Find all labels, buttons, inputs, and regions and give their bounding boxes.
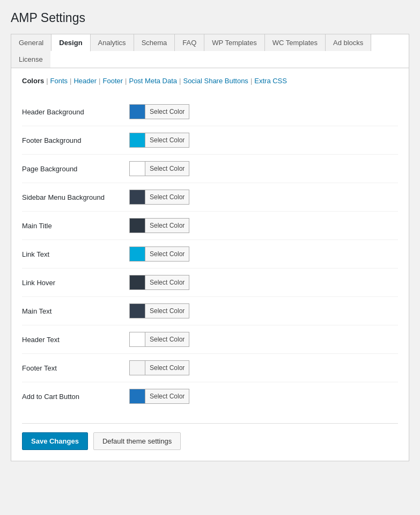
color-swatch-footer-text[interactable]: [129, 360, 145, 375]
content-area: Colors |Fonts |Header |Footer |Post Meta…: [11, 68, 409, 461]
tab-wc-templates[interactable]: WC Templates: [265, 34, 326, 51]
sub-nav-item-fonts[interactable]: Fonts: [50, 77, 68, 85]
color-label-link-text: Link Text: [22, 250, 129, 258]
select-color-btn-footer-text[interactable]: Select Color: [145, 360, 189, 375]
color-picker-group-main-text: Select Color: [129, 303, 189, 318]
tab-general[interactable]: General: [11, 34, 51, 51]
color-label-footer-background: Footer Background: [22, 136, 129, 144]
select-color-btn-link-text[interactable]: Select Color: [145, 246, 189, 262]
select-color-btn-footer-background[interactable]: Select Color: [145, 133, 189, 148]
sub-nav-separator: |: [179, 77, 181, 85]
color-swatch-main-title[interactable]: [129, 218, 145, 233]
page-wrapper: AMP Settings GeneralDesignAnalyticsSchem…: [0, 0, 420, 515]
color-label-header-text: Header Text: [22, 336, 129, 344]
sub-nav-separator: |: [125, 77, 127, 85]
select-color-btn-header-background[interactable]: Select Color: [145, 104, 189, 119]
color-swatch-sidebar-menu-background[interactable]: [129, 190, 145, 205]
color-label-add-to-cart-button: Add to Cart Button: [22, 393, 129, 401]
sub-nav-separator: |: [99, 77, 100, 85]
sub-nav-item-social-share-buttons[interactable]: Social Share Buttons: [183, 77, 248, 85]
color-row-main-title: Main TitleSelect Color: [22, 212, 398, 240]
sub-nav-separator: |: [70, 77, 71, 85]
color-label-main-title: Main Title: [22, 222, 129, 230]
color-picker-group-main-title: Select Color: [129, 218, 189, 233]
color-picker-group-link-text: Select Color: [129, 246, 189, 262]
color-picker-group-footer-background: Select Color: [129, 133, 189, 148]
color-swatch-page-background[interactable]: [129, 161, 145, 176]
color-picker-group-page-background: Select Color: [129, 161, 189, 176]
color-row-link-hover: Link HoverSelect Color: [22, 269, 398, 297]
color-picker-group-footer-text: Select Color: [129, 360, 189, 375]
color-row-page-background: Page BackgroundSelect Color: [22, 155, 398, 183]
color-swatch-link-text[interactable]: [129, 246, 145, 262]
color-picker-group-header-background: Select Color: [129, 104, 189, 119]
page-title: AMP Settings: [11, 11, 409, 25]
color-row-add-to-cart-button: Add to Cart ButtonSelect Color: [22, 382, 398, 410]
color-swatch-add-to-cart-button[interactable]: [129, 389, 145, 404]
color-row-footer-text: Footer TextSelect Color: [22, 354, 398, 382]
select-color-btn-add-to-cart-button[interactable]: Select Color: [145, 389, 189, 404]
select-color-btn-main-text[interactable]: Select Color: [145, 303, 189, 318]
sub-nav-separator: |: [46, 77, 48, 85]
select-color-btn-page-background[interactable]: Select Color: [145, 161, 189, 176]
color-picker-group-header-text: Select Color: [129, 332, 189, 347]
color-swatch-header-background[interactable]: [129, 104, 145, 119]
color-swatch-header-text[interactable]: [129, 332, 145, 347]
tab-design[interactable]: Design: [51, 34, 90, 52]
tabs-bar: GeneralDesignAnalyticsSchemaFAQWP Templa…: [11, 34, 409, 68]
color-label-link-hover: Link Hover: [22, 279, 129, 287]
color-label-page-background: Page Background: [22, 165, 129, 173]
color-label-main-text: Main Text: [22, 307, 129, 315]
sub-nav-item-header[interactable]: Header: [73, 77, 97, 85]
tab-license[interactable]: License: [11, 51, 50, 68]
color-row-main-text: Main TextSelect Color: [22, 297, 398, 325]
sub-nav-item-footer[interactable]: Footer: [103, 77, 123, 85]
save-button[interactable]: Save Changes: [22, 432, 88, 450]
color-rows-container: Header BackgroundSelect ColorFooter Back…: [22, 98, 398, 410]
footer-buttons: Save Changes Default theme settings: [22, 423, 398, 450]
color-row-header-text: Header TextSelect Color: [22, 325, 398, 354]
color-picker-group-add-to-cart-button: Select Color: [129, 389, 189, 404]
select-color-btn-main-title[interactable]: Select Color: [145, 218, 189, 233]
tab-schema[interactable]: Schema: [134, 34, 175, 51]
sub-nav-separator: |: [250, 77, 252, 85]
color-swatch-main-text[interactable]: [129, 303, 145, 318]
select-color-btn-sidebar-menu-background[interactable]: Select Color: [145, 190, 189, 205]
color-row-sidebar-menu-background: Sidebar Menu BackgroundSelect Color: [22, 183, 398, 212]
color-swatch-footer-background[interactable]: [129, 133, 145, 148]
color-label-sidebar-menu-background: Sidebar Menu Background: [22, 193, 129, 201]
color-row-footer-background: Footer BackgroundSelect Color: [22, 126, 398, 155]
sub-nav-item-colors[interactable]: Colors: [22, 77, 44, 85]
color-row-header-background: Header BackgroundSelect Color: [22, 98, 398, 126]
sub-nav: Colors |Fonts |Header |Footer |Post Meta…: [22, 77, 398, 85]
color-picker-group-link-hover: Select Color: [129, 275, 189, 290]
default-theme-button[interactable]: Default theme settings: [93, 432, 181, 450]
tab-ad-blocks[interactable]: Ad blocks: [326, 34, 371, 51]
color-label-header-background: Header Background: [22, 108, 129, 116]
select-color-btn-link-hover[interactable]: Select Color: [145, 275, 189, 290]
sub-nav-item-post-meta-data[interactable]: Post Meta Data: [129, 77, 177, 85]
tab-faq[interactable]: FAQ: [175, 34, 204, 51]
color-row-link-text: Link TextSelect Color: [22, 240, 398, 269]
sub-nav-item-extra-css[interactable]: Extra CSS: [254, 77, 287, 85]
select-color-btn-header-text[interactable]: Select Color: [145, 332, 189, 347]
color-picker-group-sidebar-menu-background: Select Color: [129, 190, 189, 205]
color-label-footer-text: Footer Text: [22, 364, 129, 372]
tab-analytics[interactable]: Analytics: [91, 34, 134, 51]
tab-wp-templates[interactable]: WP Templates: [204, 34, 264, 51]
color-swatch-link-hover[interactable]: [129, 275, 145, 290]
